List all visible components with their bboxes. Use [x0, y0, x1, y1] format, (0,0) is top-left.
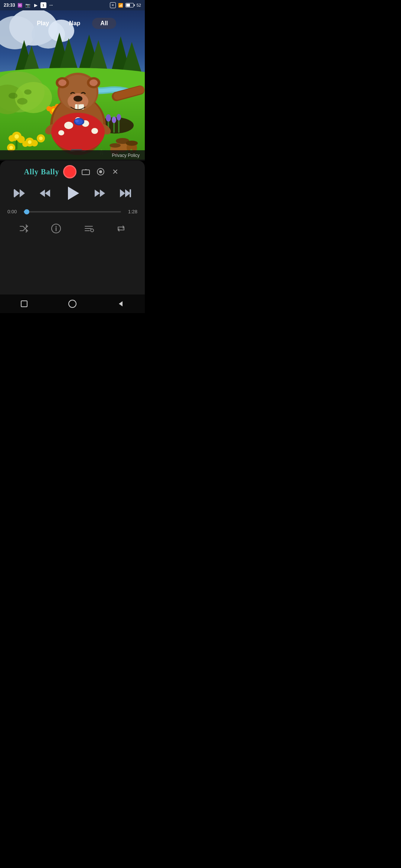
svg-point-103: [91, 229, 94, 232]
svg-marker-95: [125, 189, 130, 197]
tab-play[interactable]: Play: [29, 18, 57, 29]
svg-point-85: [99, 170, 102, 173]
battery-pct: 52: [137, 3, 141, 7]
folder-button[interactable]: [80, 166, 91, 177]
camera-icon: 📷: [25, 2, 31, 8]
svg-marker-86: [14, 189, 20, 197]
svg-rect-83: [82, 170, 89, 175]
drag-handle: [71, 149, 82, 150]
svg-point-17: [15, 82, 52, 113]
rewind-button[interactable]: [38, 187, 52, 200]
status-right: ✕ 📶 52: [110, 2, 141, 8]
svg-marker-90: [45, 190, 50, 197]
total-time: 1:28: [125, 209, 137, 214]
x-icon: ✕: [110, 2, 116, 8]
svg-point-99: [56, 226, 57, 227]
filter-tabs: Play Nap All: [0, 18, 145, 29]
tab-nap[interactable]: Nap: [61, 18, 88, 29]
svg-marker-92: [95, 190, 100, 197]
svg-marker-106: [119, 301, 123, 306]
nav-square-button[interactable]: [17, 296, 32, 311]
svg-point-58: [58, 79, 66, 86]
nav-home-button[interactable]: [65, 296, 80, 311]
settings-button[interactable]: [95, 166, 106, 177]
progress-row: 0:00 1:28: [7, 209, 137, 214]
wifi-icon: 📶: [118, 2, 124, 8]
player-panel: Ally Bally ✕: [0, 161, 145, 295]
svg-point-25: [46, 106, 52, 111]
svg-point-41: [9, 146, 13, 149]
current-time: 0:00: [7, 209, 20, 214]
svg-point-35: [22, 141, 28, 147]
cast-icon: ▶: [33, 2, 39, 8]
skip-forward-button[interactable]: [118, 186, 132, 200]
bottom-icons: [7, 220, 137, 237]
svg-point-32: [14, 134, 19, 139]
svg-point-69: [64, 122, 73, 129]
svg-point-36: [31, 140, 38, 147]
status-bar: 23:33 🆔 📷 ▶ 1 ··· ✕ 📶 52: [0, 0, 145, 10]
svg-point-20: [24, 89, 32, 95]
svg-point-18: [9, 93, 17, 99]
svg-point-37: [28, 140, 32, 144]
svg-point-105: [69, 300, 76, 308]
svg-point-59: [89, 79, 98, 86]
nfc-icon: 🆔: [17, 2, 23, 8]
fast-forward-button[interactable]: [93, 187, 107, 200]
progress-thumb[interactable]: [24, 209, 29, 214]
nav-back-button[interactable]: [113, 296, 128, 311]
status-left: 23:33 🆔 📷 ▶ 1 ···: [4, 2, 54, 8]
controls-row: [7, 184, 137, 203]
privacy-bar: Privacy Policy: [0, 150, 145, 161]
more-icon: ···: [48, 2, 54, 8]
svg-point-39: [39, 137, 43, 140]
svg-marker-89: [40, 190, 45, 197]
play-button[interactable]: [63, 184, 82, 203]
svg-rect-96: [130, 189, 131, 197]
svg-marker-87: [20, 189, 25, 197]
svg-marker-91: [68, 187, 79, 200]
info-button[interactable]: [48, 220, 64, 237]
svg-rect-33: [16, 140, 17, 149]
svg-rect-104: [21, 301, 27, 307]
svg-point-80: [126, 141, 138, 146]
svg-point-19: [17, 98, 27, 105]
svg-point-45: [112, 116, 116, 123]
notification-icon: 1: [40, 2, 46, 8]
svg-point-43: [106, 114, 111, 122]
close-button[interactable]: ✕: [110, 166, 121, 177]
svg-point-72: [58, 130, 64, 135]
record-button[interactable]: [63, 165, 76, 178]
svg-point-76: [75, 119, 79, 122]
svg-marker-94: [120, 189, 125, 197]
svg-rect-62: [75, 104, 79, 109]
battery-icon: [125, 3, 134, 7]
skip-back-button[interactable]: [13, 186, 27, 200]
svg-point-82: [110, 143, 121, 148]
shuffle-button[interactable]: [16, 220, 32, 237]
svg-marker-93: [100, 190, 105, 197]
progress-bar[interactable]: [24, 211, 121, 213]
time-display: 23:33: [4, 3, 15, 8]
svg-rect-88: [14, 189, 15, 197]
svg-point-71: [91, 128, 98, 134]
playlist-button[interactable]: [81, 220, 97, 237]
nav-bar: [0, 295, 145, 313]
svg-point-61: [74, 96, 82, 102]
svg-point-30: [9, 135, 15, 142]
privacy-policy-link[interactable]: Privacy Policy: [112, 153, 140, 158]
tab-all[interactable]: All: [92, 18, 116, 29]
svg-point-47: [117, 114, 121, 121]
title-row: Ally Bally ✕: [7, 165, 137, 178]
song-title: Ally Bally: [24, 168, 59, 176]
repeat-button[interactable]: [113, 220, 129, 237]
